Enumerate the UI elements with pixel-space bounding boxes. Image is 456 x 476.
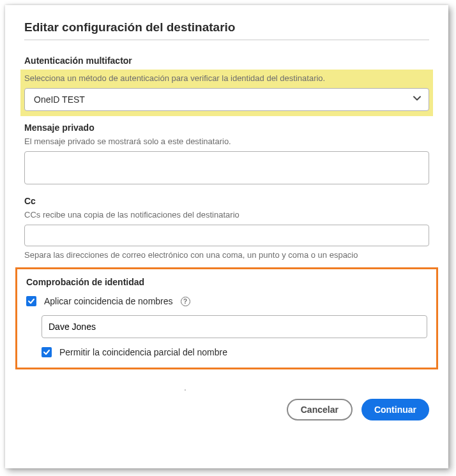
divider: [24, 40, 429, 40]
private-message-label: Mensaje privado: [24, 123, 429, 133]
allow-partial-checkbox[interactable]: [42, 347, 52, 357]
identity-check-box: Comprobación de identidad Aplicar coinci…: [15, 267, 438, 369]
private-message-textarea[interactable]: [24, 151, 429, 184]
cc-helper: CCs recibe una copia de las notificacion…: [24, 210, 429, 219]
private-message-helper: El mensaje privado se mostrará solo a es…: [24, 137, 429, 146]
continue-button[interactable]: Continuar: [361, 399, 429, 420]
enforce-name-match-row: Aplicar coincidencia de nombres ?: [26, 296, 427, 306]
info-icon[interactable]: ?: [181, 297, 190, 306]
mfa-select-wrap: OneID TEST: [24, 88, 429, 111]
dialog-footer: Cancelar Continuar: [24, 399, 429, 420]
allow-partial-label: Permitir la coincidencia parcial del nom…: [59, 347, 227, 357]
dialog-title: Editar configuración del destinatario: [24, 20, 429, 34]
mfa-helper: Selecciona un método de autenticación pa…: [24, 73, 429, 83]
edit-recipient-settings-dialog: Editar configuración del destinatario Au…: [5, 5, 448, 468]
identity-label: Comprobación de identidad: [26, 277, 427, 287]
mfa-select-value: OneID TEST: [34, 94, 85, 105]
mfa-label: Autenticación multifactor: [24, 56, 429, 66]
cancel-button[interactable]: Cancelar: [287, 399, 353, 420]
cc-input[interactable]: [24, 225, 429, 246]
cc-footer-helper: Separa las direcciones de correo electró…: [24, 250, 429, 260]
mfa-select[interactable]: OneID TEST: [24, 88, 429, 111]
enforce-name-match-label: Aplicar coincidencia de nombres: [44, 296, 173, 306]
enforce-name-match-checkbox[interactable]: [26, 296, 36, 306]
allow-partial-row: Permitir la coincidencia parcial del nom…: [42, 347, 427, 357]
name-match-input[interactable]: [42, 315, 427, 338]
mfa-highlight: Selecciona un método de autenticación pa…: [20, 70, 433, 116]
dot-text: .: [184, 382, 186, 392]
cc-label: Cc: [24, 196, 429, 206]
